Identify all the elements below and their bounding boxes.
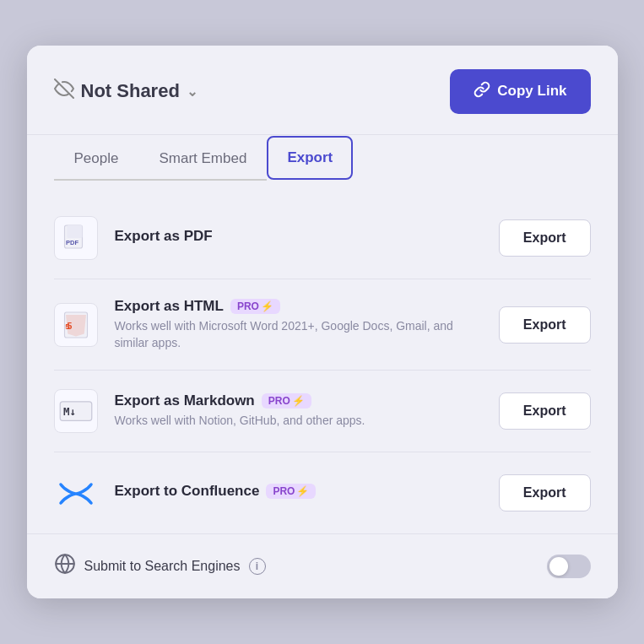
tab-smart-embed[interactable]: Smart Embed (138, 135, 267, 181)
pdf-icon-wrap: PDF (54, 216, 98, 260)
bolt-icon-md: ⚡ (292, 395, 305, 407)
export-info-html: Export as HTML PRO ⚡ Works well with Mic… (115, 298, 482, 351)
pro-badge-html: PRO ⚡ (230, 299, 280, 314)
confluence-icon (57, 474, 95, 512)
svg-rect-2 (67, 225, 82, 238)
eye-off-icon (54, 78, 74, 104)
bolt-icon-conf: ⚡ (296, 485, 309, 497)
export-desc-markdown: Works well with Notion, GitHub, and othe… (115, 413, 482, 430)
export-button-confluence[interactable]: Export (499, 474, 591, 511)
export-item-pdf: PDF Export as PDF Export (54, 198, 591, 279)
globe-icon (54, 553, 76, 580)
export-title-markdown: Export as Markdown PRO ⚡ (115, 392, 482, 409)
html5-icon-wrap: 5 5 (54, 303, 98, 347)
chevron-down-icon: ⌄ (187, 84, 198, 100)
not-shared-button[interactable]: Not Shared ⌄ (54, 78, 198, 104)
export-title-html: Export as HTML PRO ⚡ (115, 298, 482, 315)
export-title-confluence: Export to Confluence PRO ⚡ (115, 483, 482, 500)
export-info-markdown: Export as Markdown PRO ⚡ Works well with… (115, 392, 482, 430)
tab-people[interactable]: People (54, 135, 139, 181)
modal: Not Shared ⌄ Copy Link People Smart Embe… (27, 46, 618, 598)
tab-export[interactable]: Export (267, 136, 353, 180)
submit-label: Submit to Search Engines (84, 559, 241, 574)
pro-badge-markdown: PRO ⚡ (262, 393, 311, 409)
export-button-markdown[interactable]: Export (499, 392, 591, 430)
header: Not Shared ⌄ Copy Link (27, 46, 618, 135)
pdf-icon: PDF (61, 223, 91, 253)
footer-left: Submit to Search Engines i (54, 553, 266, 580)
pro-badge-confluence: PRO ⚡ (266, 484, 316, 499)
info-icon: i (249, 558, 266, 575)
svg-text:5: 5 (67, 320, 72, 330)
confluence-icon-wrap (54, 471, 98, 515)
export-title-pdf: Export as PDF (115, 228, 482, 245)
export-item-markdown: M↓ Export as Markdown PRO ⚡ Works well w… (54, 371, 591, 452)
bolt-icon: ⚡ (261, 300, 273, 312)
copy-link-label: Copy Link (497, 83, 566, 100)
footer: Submit to Search Engines i (27, 533, 618, 598)
export-content: PDF Export as PDF Export 5 5 (27, 181, 618, 533)
export-item-confluence: Export to Confluence PRO ⚡ Export (54, 452, 591, 533)
export-desc-html: Works well with Microsoft Word 2021+, Go… (115, 318, 482, 351)
markdown-icon: M↓ (59, 399, 93, 423)
export-info-confluence: Export to Confluence PRO ⚡ (115, 483, 482, 503)
export-button-html[interactable]: Export (499, 306, 591, 344)
copy-link-button[interactable]: Copy Link (450, 69, 590, 114)
toggle-search-engines[interactable] (547, 555, 591, 578)
export-button-pdf[interactable]: Export (499, 219, 591, 257)
md-icon-wrap: M↓ (54, 389, 98, 433)
link-icon (474, 81, 490, 102)
svg-text:M↓: M↓ (63, 405, 76, 418)
tabs-bar: People Smart Embed Export (27, 135, 618, 181)
not-shared-label: Not Shared (81, 80, 180, 102)
svg-text:PDF: PDF (66, 238, 78, 246)
export-info-pdf: Export as PDF (115, 228, 482, 248)
export-item-html: 5 5 Export as HTML PRO ⚡ Works well with… (54, 279, 591, 371)
html5-icon: 5 5 (61, 310, 91, 340)
